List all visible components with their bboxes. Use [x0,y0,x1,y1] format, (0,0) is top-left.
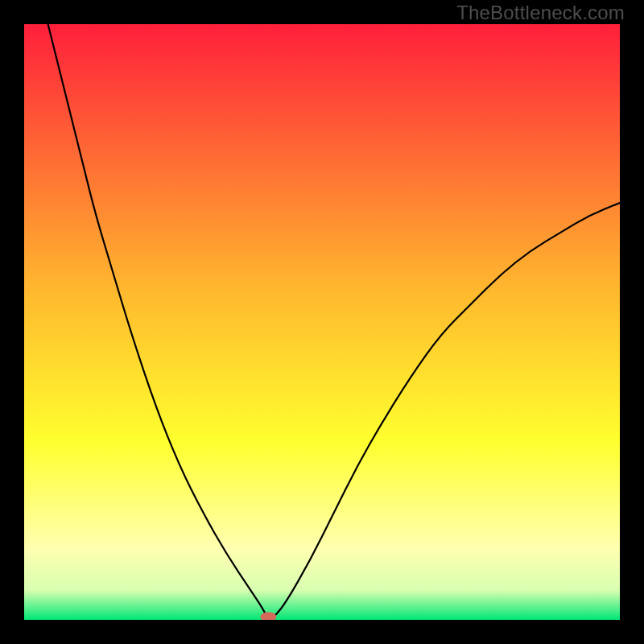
chart-frame: TheBottleneck.com [0,0,644,644]
watermark-text: TheBottleneck.com [456,2,625,24]
gradient-background [24,24,620,620]
chart-svg [24,24,620,620]
plot-area [24,24,620,620]
